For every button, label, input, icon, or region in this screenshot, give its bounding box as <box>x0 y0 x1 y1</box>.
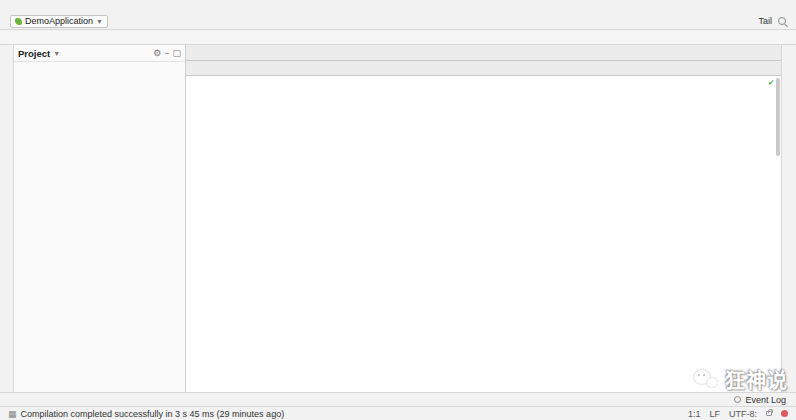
project-panel-title[interactable]: Project <box>18 48 50 59</box>
search-icon[interactable] <box>778 17 786 25</box>
spring-boot-icon <box>15 18 22 25</box>
right-tool-strip <box>781 45 796 392</box>
toolwindow-toggle-icon[interactable]: ▦ <box>8 409 17 419</box>
ide-error-indicator-icon[interactable] <box>781 410 788 417</box>
menu-bar <box>0 0 796 13</box>
file-encoding[interactable]: UTF-8: <box>729 409 757 419</box>
inspections-ok-icon[interactable]: ✔ <box>769 77 774 87</box>
editor-tabs-row-1 <box>186 45 781 61</box>
caret-position[interactable]: 1:1 <box>688 409 701 419</box>
line-separator[interactable]: LF <box>709 409 720 419</box>
main-toolbar: DemoApplication ▼ Tail <box>0 13 796 30</box>
code-editor[interactable]: ✔ <box>186 76 781 392</box>
readonly-lock-icon[interactable] <box>766 411 772 416</box>
status-bar: ▦ Compilation completed successfully in … <box>0 406 796 420</box>
editor-area: ✔ <box>186 45 781 392</box>
chevron-down-icon[interactable]: ▼ <box>53 50 60 57</box>
tool-window-bar: Event Log <box>0 392 796 406</box>
tail-button[interactable]: Tail <box>758 16 772 26</box>
settings-gear-icon[interactable]: ⚙ <box>153 48 161 58</box>
left-tool-strip <box>0 45 14 392</box>
event-log-button[interactable]: Event Log <box>745 395 786 405</box>
breadcrumb <box>0 31 796 45</box>
status-message: Compilation completed successfully in 3 … <box>21 409 285 419</box>
run-configuration-label: DemoApplication <box>25 16 93 26</box>
hide-panel-icon[interactable]: ▢ <box>172 48 181 58</box>
collapse-all-icon[interactable]: − <box>164 48 169 58</box>
run-configuration-select[interactable]: DemoApplication ▼ <box>10 15 108 28</box>
editor-tabs-row-2 <box>186 61 781 76</box>
chevron-down-icon: ▼ <box>96 18 103 25</box>
project-panel-header: Project ▼ ⚙ − ▢ <box>14 45 185 62</box>
event-log-icon <box>734 396 741 403</box>
project-panel: Project ▼ ⚙ − ▢ <box>14 45 186 392</box>
editor-scrollbar[interactable] <box>776 78 780 156</box>
